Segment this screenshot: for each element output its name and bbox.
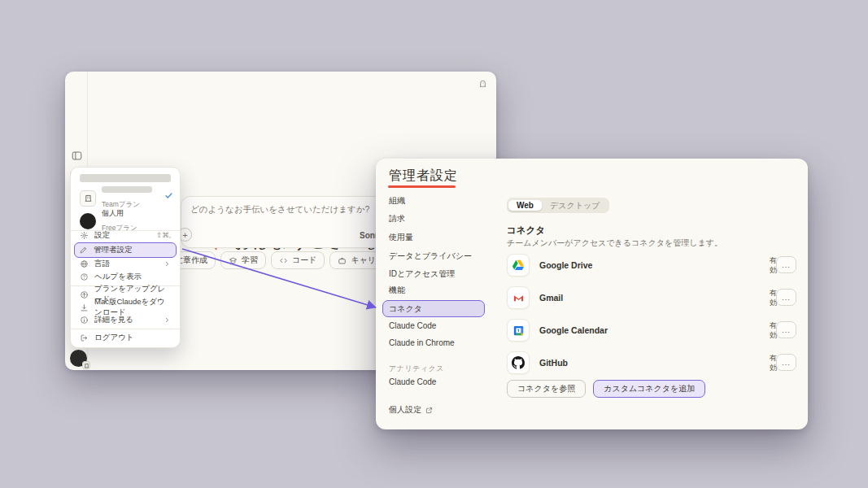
sidebar-toggle-icon[interactable]	[72, 150, 82, 161]
menu-item-download[interactable]: Mac版Claudeをダウンロード	[76, 301, 175, 314]
nav-item-billing[interactable]: 請求	[389, 213, 405, 224]
personal-name: 個人用	[102, 208, 137, 219]
check-icon	[164, 191, 173, 200]
connector-row-gmail: Gmail 有効 ...	[507, 281, 796, 314]
menu-item-settings[interactable]: 設定 ⇧⌘,	[76, 229, 175, 242]
menu-item-logout[interactable]: ログアウト	[76, 331, 175, 344]
nav-item-analytics-claude-code[interactable]: Claude Code	[389, 377, 436, 389]
nav-item-usage[interactable]: 使用量	[389, 232, 413, 243]
pen-icon	[79, 246, 88, 255]
nav-item-organization[interactable]: 組織	[389, 195, 405, 207]
tab-web[interactable]: Web	[508, 200, 542, 211]
platform-tabs: Web デスクトップ	[507, 198, 609, 213]
admin-panel-title: 管理者設定	[389, 168, 458, 185]
connector-more-button[interactable]: ...	[776, 321, 796, 338]
connector-more-button[interactable]: ...	[776, 256, 796, 273]
connectors-section-description: チームメンバーがアクセスできるコネクタを管理します。	[507, 237, 722, 249]
building-icon	[80, 190, 96, 207]
user-avatar[interactable]	[70, 350, 87, 367]
account-menu: Teamプラン 個人用 Freeプラン 設定 ⇧⌘, 管理者設定	[70, 167, 181, 348]
nav-item-claude-in-chrome[interactable]: Claude in Chrome	[389, 338, 455, 350]
globe-icon	[80, 259, 89, 268]
connector-more-button[interactable]: ...	[776, 289, 796, 306]
personal-settings-link[interactable]: 個人設定	[389, 404, 433, 416]
menu-item-team-account[interactable]: Teamプラン	[80, 186, 152, 210]
connector-row-github: GitHub 有効 ...	[507, 346, 796, 379]
code-icon	[279, 256, 288, 265]
org-badge-icon	[82, 361, 90, 369]
graduation-cap-icon	[229, 256, 238, 265]
connector-more-button[interactable]: ...	[776, 354, 796, 371]
gear-icon	[80, 231, 89, 240]
chevron-right-icon	[164, 260, 171, 268]
menu-divider	[71, 329, 180, 329]
chip-code[interactable]: コード	[271, 251, 325, 269]
menu-item-details[interactable]: 詳細を見る	[76, 313, 175, 326]
team-plan-label: Teamプラン	[102, 200, 140, 208]
claude-ghost-icon[interactable]	[478, 78, 488, 89]
tab-desktop[interactable]: デスクトップ	[542, 199, 608, 212]
nav-section-analytics: アナリティクス	[389, 364, 444, 374]
info-circle-icon	[80, 316, 89, 325]
google-calendar-icon	[507, 319, 530, 342]
connectors-section-title: コネクタ	[507, 224, 545, 237]
redacted-org-name	[80, 174, 171, 182]
add-custom-connector-button[interactable]: カスタムコネクタを追加	[593, 380, 705, 398]
title-underline	[388, 185, 456, 188]
personal-avatar	[80, 213, 96, 229]
connector-row-google-calendar: Google Calendar 有効 ...	[507, 314, 796, 346]
nav-item-data-privacy[interactable]: データとプライバシー	[389, 251, 472, 262]
help-circle-icon	[80, 272, 89, 281]
connector-row-google-drive: Google Drive 有効 ...	[507, 249, 796, 281]
google-drive-icon	[507, 254, 530, 277]
composer-input[interactable]: どのようなお手伝いをさせていただけますか? + Sonn	[181, 196, 405, 248]
chevron-right-icon	[164, 316, 171, 324]
logout-icon	[80, 333, 89, 342]
browse-connectors-button[interactable]: コネクタを参照	[507, 380, 586, 398]
github-icon	[507, 351, 530, 374]
menu-item-admin-settings[interactable]: 管理者設定	[74, 242, 177, 258]
nav-item-claude-code[interactable]: Claude Code	[389, 321, 436, 333]
menu-item-language[interactable]: 言語	[76, 257, 175, 270]
external-link-icon	[425, 407, 433, 414]
nav-item-features[interactable]: 機能	[389, 285, 405, 296]
nav-item-identity-access[interactable]: IDとアクセス管理	[389, 268, 455, 280]
gmail-icon	[507, 286, 530, 309]
redacted-team-name	[102, 186, 152, 193]
nav-item-connectors[interactable]: コネクタ	[389, 303, 422, 315]
settings-shortcut: ⇧⌘,	[156, 231, 171, 239]
admin-main-content: Web デスクトップ コネクタ チームメンバーがアクセスできるコネクタを管理しま…	[507, 159, 796, 429]
menu-item-help[interactable]: ヘルプを表示	[76, 270, 175, 283]
chip-learning[interactable]: 学習	[220, 251, 266, 269]
download-icon	[80, 303, 89, 312]
admin-settings-panel: 管理者設定 組織 請求 使用量 データとプライバシー IDとアクセス管理 機能 …	[376, 159, 808, 429]
arrow-up-circle-icon	[80, 290, 89, 299]
composer-placeholder: どのようなお手伝いをさせていただけますか?	[190, 204, 369, 216]
briefcase-icon	[338, 256, 347, 265]
